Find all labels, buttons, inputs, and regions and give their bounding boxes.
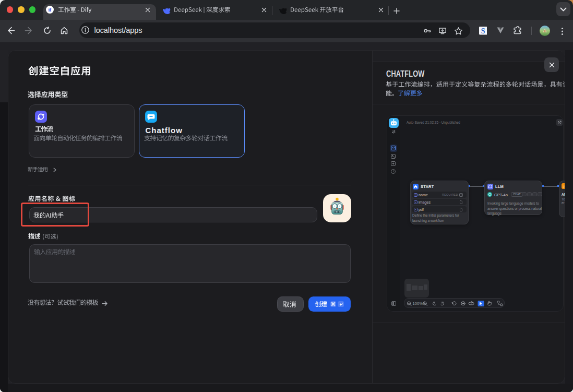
svg-text:100%: 100% (413, 301, 423, 306)
svg-text:if: if (49, 7, 52, 13)
svg-text:S: S (481, 27, 485, 35)
